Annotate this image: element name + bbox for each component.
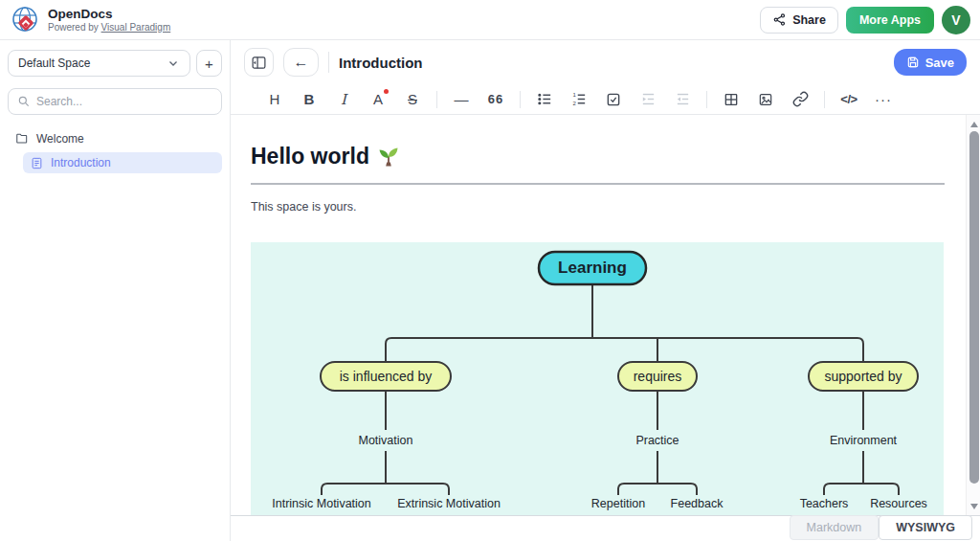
svg-text:Motivation: Motivation <box>359 434 413 447</box>
powered-by: Powered by Visual Paradigm <box>48 22 170 33</box>
toolbar-divider <box>824 91 825 108</box>
editor-footer: Markdown WYSIWYG <box>231 515 980 541</box>
document-paragraph: This space is yours. <box>251 200 945 214</box>
opendocs-logo-icon <box>10 5 40 35</box>
blockquote-button[interactable]: 66 <box>479 86 513 113</box>
visual-paradigm-link[interactable]: Visual Paradigm <box>101 22 171 33</box>
app-name: OpenDocs <box>48 7 170 22</box>
toolbar-divider <box>436 91 437 108</box>
space-selector-label: Default Space <box>18 56 167 70</box>
tree-item-introduction[interactable]: Introduction <box>23 152 222 173</box>
strikethrough-button[interactable]: S <box>395 86 430 113</box>
color-dot <box>384 89 389 94</box>
chevron-down-icon <box>167 56 180 70</box>
document-header: ← Introduction Save <box>231 40 980 84</box>
more-apps-button[interactable]: More Apps <box>846 7 934 34</box>
document-icon <box>31 157 43 169</box>
indent-button[interactable] <box>631 86 665 113</box>
sidebar: Default Space + <box>0 40 231 541</box>
bullet-list-button[interactable] <box>527 86 562 113</box>
share-icon <box>772 12 787 27</box>
folder-icon <box>15 132 29 146</box>
tab-wysiwyg[interactable]: WYSIWYG <box>879 515 972 540</box>
brand: OpenDocs Powered by Visual Paradigm <box>10 5 170 35</box>
svg-text:supported by: supported by <box>825 369 902 384</box>
save-button[interactable]: Save <box>894 49 967 76</box>
toolbar-divider <box>520 91 521 108</box>
tab-markdown[interactable]: Markdown <box>790 515 880 540</box>
mindmap-root-node: Learning <box>539 252 646 284</box>
outdent-button[interactable] <box>665 86 700 113</box>
mindmap-diagram[interactable]: Learning is influenced by requires suppo… <box>251 242 944 515</box>
editor-scrollbar <box>966 115 980 515</box>
task-list-button[interactable] <box>596 86 631 113</box>
svg-text:is influenced by: is influenced by <box>340 369 433 384</box>
bold-button[interactable]: B <box>292 86 326 113</box>
svg-text:Feedback: Feedback <box>671 497 724 510</box>
page-title: Introduction <box>339 55 884 71</box>
svg-text:requires: requires <box>634 369 682 384</box>
svg-text:Extrinsic Motivation: Extrinsic Motivation <box>397 497 501 510</box>
svg-text:Teachers: Teachers <box>800 497 849 510</box>
document-content[interactable]: Hello world This space is yours. <box>231 115 966 515</box>
back-button[interactable]: ← <box>283 48 319 77</box>
numbered-list-button[interactable]: 1 2 <box>562 86 596 113</box>
editor-pane: ← Introduction Save H B <box>231 40 980 541</box>
svg-text:Learning: Learning <box>558 259 627 277</box>
header-divider <box>328 52 329 73</box>
page-tree: Welcome Introduction <box>8 128 222 173</box>
scrollbar-down-arrow[interactable] <box>967 499 980 513</box>
svg-text:Intrinsic Motivation: Intrinsic Motivation <box>272 497 371 510</box>
italic-button[interactable]: I <box>326 86 361 113</box>
link-button[interactable] <box>783 86 817 113</box>
svg-text:Environment: Environment <box>830 434 898 447</box>
toolbar-divider <box>706 91 707 108</box>
more-tools-button[interactable]: ··· <box>866 86 901 113</box>
svg-text:1: 1 <box>572 92 576 98</box>
scrollbar-up-arrow[interactable] <box>967 117 980 131</box>
table-button[interactable] <box>714 86 748 113</box>
horizontal-rule-button[interactable]: — <box>444 86 479 113</box>
font-color-button[interactable]: A <box>361 86 395 113</box>
scrollbar-thumb[interactable] <box>969 131 979 484</box>
share-button[interactable]: Share <box>760 7 838 34</box>
user-avatar[interactable]: V <box>942 6 970 34</box>
search-input[interactable] <box>36 95 212 108</box>
toggle-sidebar-button[interactable] <box>244 48 274 77</box>
heading-button[interactable]: H <box>257 86 292 113</box>
mindmap-leaf-labels: Intrinsic Motivation Extrinsic Motivatio… <box>272 497 927 510</box>
svg-text:2: 2 <box>572 101 576 106</box>
heading-rule <box>251 183 945 185</box>
document-heading: Hello world <box>251 144 945 169</box>
search-box <box>8 88 222 115</box>
code-button[interactable]: </> <box>832 86 866 113</box>
svg-text:Resources: Resources <box>870 497 927 510</box>
seedling-icon <box>377 146 400 169</box>
add-page-button[interactable]: + <box>196 50 222 77</box>
image-button[interactable] <box>748 86 783 113</box>
svg-text:Practice: Practice <box>635 434 679 447</box>
tree-item-label: Introduction <box>51 156 111 169</box>
svg-text:Repetition: Repetition <box>591 497 645 510</box>
top-header: OpenDocs Powered by Visual Paradigm Shar… <box>0 0 980 40</box>
formatting-toolbar: H B I A S — 66 1 2 <box>231 84 980 115</box>
search-icon <box>17 95 31 108</box>
space-selector[interactable]: Default Space <box>8 50 190 77</box>
opendocs-app: OpenDocs Powered by Visual Paradigm Shar… <box>0 0 980 541</box>
tree-item-label: Welcome <box>36 132 84 146</box>
save-icon <box>906 56 920 69</box>
tree-item-welcome[interactable]: Welcome <box>8 128 222 149</box>
